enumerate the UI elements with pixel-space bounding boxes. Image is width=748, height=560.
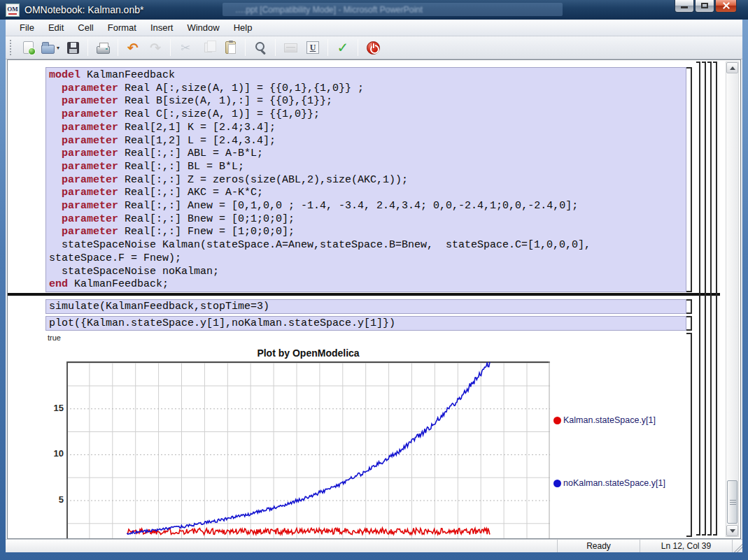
menu-file[interactable]: File [13, 20, 41, 35]
minimize-button[interactable] [675, 0, 694, 13]
legend-dot-icon [553, 417, 561, 424]
window-controls [674, 0, 737, 13]
cell-group-rail [713, 62, 717, 536]
toolbar-separator [87, 39, 88, 56]
legend-item: Kalman.stateSpace.y[1] [553, 415, 656, 425]
scroll-down-button[interactable] [726, 525, 738, 536]
y-axis-tick-label: 10 [36, 448, 64, 459]
code-line: end KalmanFeedback; [49, 278, 683, 292]
code-line: parameter Real C[:,size(A, 1)] = {{1,0}}… [49, 108, 683, 122]
menubar: FileEditCellFormatInsertWindowHelp [6, 20, 742, 36]
legend-dot-icon [553, 480, 561, 487]
evaluate-icon: ✓ [337, 41, 349, 55]
cell-group-rail [707, 62, 712, 536]
paste-button[interactable] [220, 38, 241, 57]
toolbar-separator [170, 39, 171, 56]
evaluate-button[interactable]: ✓ [332, 38, 353, 57]
y-axis-tick-label: 5 [36, 494, 64, 505]
search-button[interactable] [250, 38, 271, 57]
maximize-icon [701, 3, 708, 8]
maximize-button[interactable] [695, 0, 714, 13]
arrow-up-icon [730, 64, 735, 70]
toolbar-separator [118, 39, 118, 56]
image-icon [284, 43, 297, 52]
redo-button[interactable]: ↷ [145, 38, 166, 57]
code-line: parameter Real B[size(A, 1),:] = {{0},{1… [49, 95, 683, 108]
plot-cell-bracket[interactable] [686, 316, 692, 331]
plot-command-cell[interactable]: plot({Kalman.stateSpace.y[1],noKalman.st… [45, 316, 686, 331]
print-button[interactable] [92, 38, 113, 57]
legend-label: Kalman.stateSpace.y[1] [563, 415, 656, 425]
paste-icon [225, 41, 236, 54]
new-button[interactable] [17, 38, 38, 57]
menu-edit[interactable]: Edit [41, 20, 71, 35]
new-icon [23, 41, 34, 54]
toolbar-separator [245, 39, 246, 56]
stop-button[interactable] [362, 38, 383, 57]
model-code-cell[interactable]: model KalmanFeedback parameter Real A[:,… [45, 67, 686, 292]
scroll-up-button[interactable] [726, 62, 738, 73]
status-message: Ready [557, 540, 640, 552]
simulate-command-cell[interactable]: simulate(KalmanFeedback,stopTime=3) [45, 299, 686, 314]
open-button[interactable]: ▾ [40, 38, 61, 57]
code-line: parameter Real[:,:] AKC = A-K*C; [49, 187, 683, 200]
titlebar[interactable]: OM OMNotebook: Kalman.onb* ….ppt [Compat… [0, 0, 748, 20]
close-button[interactable] [715, 0, 737, 13]
underline-icon: U [306, 41, 319, 54]
arrow-down-icon [730, 529, 735, 536]
code-line: parameter Real[:,:] Anew = [0,1,0,0 ; -1… [49, 200, 683, 213]
code-line: parameter Real[:,:] Bnew = [0;1;0;0]; [49, 213, 683, 227]
stop-icon [367, 41, 380, 55]
save-button[interactable] [62, 38, 83, 57]
simulate-cell-bracket[interactable] [686, 299, 692, 314]
background-window-title: ….ppt [Compatibility Mode] - Microsoft P… [235, 5, 423, 15]
underline-button[interactable]: U [302, 38, 323, 57]
save-icon [67, 42, 79, 54]
toolbar-separator [275, 39, 276, 56]
legend-label: noKalman.stateSpace.y[1] [563, 478, 665, 488]
code-line: stateSpace.F = Fnew); [49, 252, 683, 266]
copy-button[interactable] [197, 38, 218, 57]
y-axis-tick-label: 15 [36, 403, 64, 413]
code-cell-bracket[interactable] [686, 67, 692, 292]
open-icon [41, 45, 55, 54]
menu-cell[interactable]: Cell [71, 20, 100, 35]
window-title: OMNotebook: Kalman.onb* [24, 4, 143, 15]
search-icon [253, 41, 267, 55]
cut-button[interactable]: ✂ [175, 38, 196, 57]
menu-insert[interactable]: Insert [143, 20, 181, 35]
cursor-position: Ln 12, Col 39 [640, 540, 732, 552]
window-content: FileEditCellFormatInsertWindowHelp ▾↶↷✂U… [6, 20, 742, 552]
legend-item: noKalman.stateSpace.y[1] [553, 478, 665, 488]
code-line: model KalmanFeedback [49, 69, 683, 82]
resize-grip[interactable] [732, 540, 742, 552]
toolbar-grip[interactable] [10, 40, 13, 55]
code-line: parameter Real[1,2] L = [2.4,3.4]; [49, 135, 683, 148]
code-line: parameter Real A[:,size(A, 1)] = {{0,1},… [49, 82, 683, 96]
menu-window[interactable]: Window [180, 20, 226, 35]
undo-icon: ↶ [127, 41, 139, 55]
notebook-document: model KalmanFeedback parameter Real A[:,… [7, 59, 741, 539]
open-dropdown-caret[interactable]: ▾ [57, 45, 59, 51]
vertical-scrollbar[interactable] [726, 62, 739, 537]
copy-icon [204, 43, 212, 52]
code-line: stateSpaceNoise noKalman; [49, 266, 683, 279]
code-line: parameter Real[:,:] Z = zeros(size(ABL,2… [49, 174, 683, 187]
plot-canvas[interactable] [66, 361, 550, 538]
scrollbar-thumb[interactable] [727, 480, 738, 524]
code-line: stateSpaceNoise Kalman(stateSpace.A=Anew… [49, 239, 683, 252]
undo-button[interactable]: ↶ [122, 38, 143, 57]
cell-group-rail [696, 62, 700, 536]
omnotebook-window: OM OMNotebook: Kalman.onb* ….ppt [Compat… [0, 0, 748, 560]
toolbar-separator [327, 39, 328, 56]
image-button[interactable] [280, 38, 301, 57]
redo-icon: ↷ [150, 41, 161, 55]
plot-title: Plot by OpenModelica [66, 347, 550, 359]
output-cell-bracket[interactable] [686, 333, 692, 537]
cell-group-divider [8, 293, 720, 296]
menu-format[interactable]: Format [101, 20, 143, 35]
app-icon: OM [6, 3, 20, 17]
toolbar: ▾↶↷✂U✓ [6, 36, 742, 59]
menu-help[interactable]: Help [227, 20, 260, 35]
cell-group-rail [702, 62, 706, 536]
